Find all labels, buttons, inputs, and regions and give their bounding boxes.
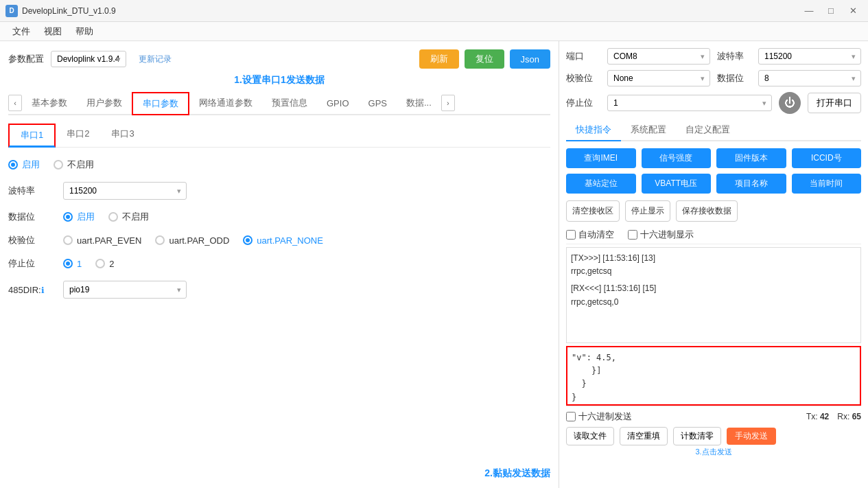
refresh-button[interactable]: 刷新: [419, 49, 459, 69]
auto-clear-checkbox-label[interactable]: 自动清空: [566, 229, 614, 241]
disable-radio[interactable]: 不启用: [54, 159, 94, 171]
sub-tab-serial1[interactable]: 串口1: [8, 124, 56, 148]
cmd-vbatt[interactable]: VBATT电压: [642, 174, 712, 194]
left-panel: 参数配置 Devloplink v1.9.4 更新记录 刷新 复位 Json 1…: [0, 41, 559, 488]
sub-tab-serial2[interactable]: 串口2: [56, 124, 100, 148]
btn-clear-receive[interactable]: 清空接收区: [566, 200, 620, 222]
tab-data[interactable]: 数据...: [397, 93, 441, 115]
data-bits-options: 启用 不启用: [63, 211, 149, 223]
action-buttons-row: 读取文件 清空重填 计数清零 手动发送: [566, 427, 861, 445]
btn-save-receive[interactable]: 保存接收数据: [676, 200, 738, 222]
data-bits-enable-radio[interactable]: 启用: [63, 211, 95, 223]
maximize-button[interactable]: □: [821, 3, 841, 19]
update-link[interactable]: 更新记录: [139, 54, 172, 65]
disable-radio-dot: [54, 160, 63, 170]
menu-help[interactable]: 帮助: [69, 23, 100, 40]
stop-bits-1-radio[interactable]: 1: [63, 259, 82, 269]
hex-display-checkbox[interactable]: [628, 230, 637, 240]
dir485-select[interactable]: pio19: [63, 281, 187, 299]
rp-stop-bits-label: 停止位: [566, 97, 600, 109]
rp-parity-select-wrapper: None: [607, 70, 710, 86]
tab-serial-params[interactable]: 串口参数: [132, 92, 189, 115]
tab-gps[interactable]: GPS: [359, 94, 397, 114]
data-bits-disable-dot: [108, 212, 118, 222]
menu-view[interactable]: 视图: [37, 23, 69, 40]
tab-user-params[interactable]: 用户参数: [77, 93, 132, 115]
sub-tab-navigation: 串口1 串口2 串口3: [8, 124, 550, 148]
send-input[interactable]: "v": 4.5, }] } }: [567, 347, 860, 402]
log-area[interactable]: [TX>>>] [11:53:16] [13] rrpc,getcsq [RX<…: [566, 247, 861, 343]
tab-network-params[interactable]: 网络通道参数: [189, 93, 262, 115]
rp-parity-select[interactable]: None: [607, 70, 710, 86]
version-select-wrapper: Devloplink v1.9.4: [51, 51, 126, 67]
enable-row: 启用 不启用: [8, 159, 550, 171]
baud-rate-select[interactable]: 115200: [63, 182, 187, 200]
parity-even-radio[interactable]: uart.PAR_EVEN: [63, 235, 141, 246]
tab-navigation: ‹ 基本参数 用户参数 串口参数 网络通道参数 预置信息 GPIO GPS 数据…: [8, 92, 550, 115]
hex-send-checkbox-label[interactable]: 十六进制发送: [566, 410, 632, 423]
cmd-iccid[interactable]: ICCID号: [792, 148, 862, 168]
data-bits-row: 数据位 启用 不启用: [8, 211, 550, 223]
stop-bits-2-radio[interactable]: 2: [95, 259, 114, 269]
step1-hint: 1.设置串口1发送数据: [8, 74, 550, 86]
data-bits-disable-label: 不启用: [122, 211, 149, 223]
baud-rate-label: 波特率: [8, 185, 63, 197]
close-button[interactable]: ✕: [843, 3, 863, 19]
minimize-button[interactable]: —: [799, 3, 819, 19]
tab-sys-config[interactable]: 系统配置: [621, 119, 676, 141]
step3-hint: 3.点击发送: [566, 447, 861, 457]
port-select[interactable]: COM8: [607, 48, 710, 65]
menu-file[interactable]: 文件: [5, 23, 37, 40]
tab-quick-cmd[interactable]: 快捷指令: [566, 119, 621, 141]
enable-radio[interactable]: 启用: [8, 159, 40, 171]
manual-send-button[interactable]: 手动发送: [727, 428, 776, 445]
step2-hint-area: 2.黏贴发送数据: [8, 467, 550, 480]
clear-send-button[interactable]: 清空重填: [620, 427, 668, 445]
json-button[interactable]: Json: [510, 49, 550, 69]
power-button[interactable]: ⏻: [779, 92, 801, 114]
rp-data-bits-select-wrapper: 8: [758, 70, 861, 86]
parity-none-radio[interactable]: uart.PAR_NONE: [243, 235, 323, 246]
btn-stop-display[interactable]: 停止显示: [625, 200, 670, 222]
cmd-query-imei[interactable]: 查询IMEI: [566, 148, 636, 168]
auto-clear-row: 自动清空 十六进制显示: [566, 226, 861, 244]
tab-left-arrow[interactable]: ‹: [8, 95, 22, 111]
cmd-firmware-version[interactable]: 固件版本: [716, 148, 786, 168]
main-layout: 参数配置 Devloplink v1.9.4 更新记录 刷新 复位 Json 1…: [0, 41, 868, 488]
reset-button[interactable]: 复位: [465, 49, 504, 69]
rx-info: Rx: 65: [837, 412, 861, 421]
dir485-select-wrapper: pio19: [63, 281, 187, 299]
auto-clear-checkbox[interactable]: [566, 230, 576, 240]
read-file-button[interactable]: 读取文件: [566, 427, 614, 445]
baud-rate-row: 波特率 115200: [8, 182, 550, 200]
tab-right-arrow[interactable]: ›: [441, 95, 455, 111]
tab-basic-params[interactable]: 基本参数: [22, 93, 77, 115]
open-port-button[interactable]: 打开串口: [808, 93, 861, 113]
tab-custom-config[interactable]: 自定义配置: [676, 119, 740, 141]
tab-preset-info[interactable]: 预置信息: [262, 93, 317, 115]
sub-tab-serial3[interactable]: 串口3: [100, 124, 145, 148]
cmd-base-location[interactable]: 基站定位: [566, 174, 636, 194]
app-title: DevelopLink_DTU_v1.0.9: [22, 6, 799, 16]
hex-send-checkbox[interactable]: [566, 412, 576, 421]
tab-gpio[interactable]: GPIO: [317, 94, 359, 114]
port-select-wrapper: COM8: [607, 48, 710, 65]
data-bits-disable-radio[interactable]: 不启用: [108, 211, 149, 223]
baud-select[interactable]: 115200: [758, 48, 861, 65]
port-label: 端口: [566, 50, 600, 62]
tx-rx-info: Tx: 42 Rx: 65: [806, 412, 861, 421]
parity-even-label: uart.PAR_EVEN: [77, 235, 141, 246]
count-clear-button[interactable]: 计数清零: [673, 427, 721, 445]
menubar: 文件 视图 帮助: [0, 22, 868, 41]
disable-label: 不启用: [67, 159, 94, 171]
version-select[interactable]: Devloplink v1.9.4: [51, 51, 126, 67]
cmd-current-time[interactable]: 当前时间: [792, 174, 862, 194]
parity-odd-radio[interactable]: uart.PAR_ODD: [155, 235, 229, 246]
cmd-project-name[interactable]: 项目名称: [716, 174, 786, 194]
hex-display-checkbox-label[interactable]: 十六进制显示: [628, 229, 694, 241]
rp-data-bits-select[interactable]: 8: [758, 70, 861, 86]
app-icon: D: [5, 5, 18, 17]
data-bits-enable-dot: [63, 212, 73, 222]
cmd-signal-strength[interactable]: 信号强度: [642, 148, 712, 168]
rp-stop-select[interactable]: 1: [607, 95, 772, 111]
